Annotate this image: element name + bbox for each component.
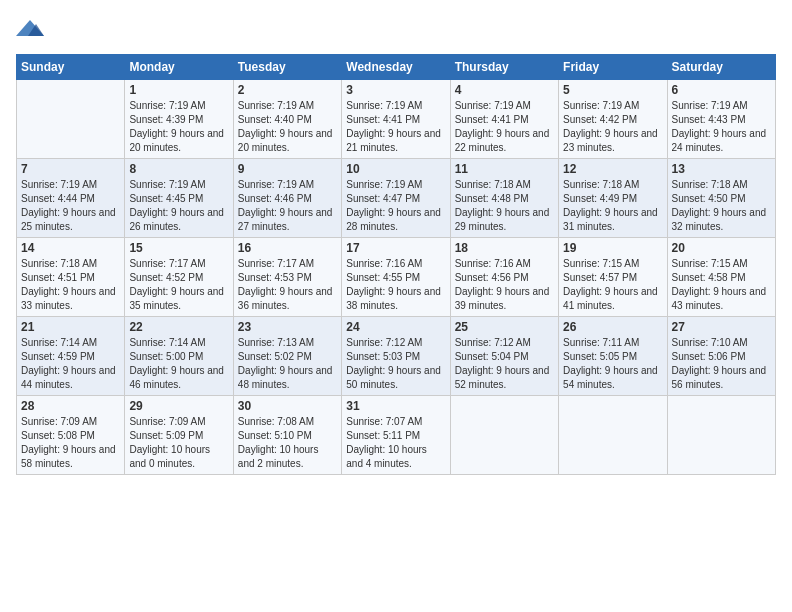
calendar-cell — [559, 396, 667, 475]
calendar-table: SundayMondayTuesdayWednesdayThursdayFrid… — [16, 54, 776, 475]
logo — [16, 16, 48, 44]
day-number: 9 — [238, 162, 337, 176]
day-number: 11 — [455, 162, 554, 176]
day-number: 5 — [563, 83, 662, 97]
day-number: 1 — [129, 83, 228, 97]
day-number: 20 — [672, 241, 771, 255]
calendar-cell: 2Sunrise: 7:19 AM Sunset: 4:40 PM Daylig… — [233, 80, 341, 159]
day-number: 21 — [21, 320, 120, 334]
day-number: 8 — [129, 162, 228, 176]
weekday-header-row: SundayMondayTuesdayWednesdayThursdayFrid… — [17, 55, 776, 80]
calendar-cell — [450, 396, 558, 475]
day-info: Sunrise: 7:17 AM Sunset: 4:52 PM Dayligh… — [129, 257, 228, 313]
day-info: Sunrise: 7:13 AM Sunset: 5:02 PM Dayligh… — [238, 336, 337, 392]
day-number: 15 — [129, 241, 228, 255]
day-number: 28 — [21, 399, 120, 413]
day-number: 13 — [672, 162, 771, 176]
day-number: 24 — [346, 320, 445, 334]
day-number: 10 — [346, 162, 445, 176]
day-number: 16 — [238, 241, 337, 255]
header — [16, 16, 776, 44]
calendar-cell — [17, 80, 125, 159]
day-number: 4 — [455, 83, 554, 97]
day-info: Sunrise: 7:19 AM Sunset: 4:41 PM Dayligh… — [455, 99, 554, 155]
day-info: Sunrise: 7:19 AM Sunset: 4:40 PM Dayligh… — [238, 99, 337, 155]
day-info: Sunrise: 7:18 AM Sunset: 4:48 PM Dayligh… — [455, 178, 554, 234]
day-number: 18 — [455, 241, 554, 255]
day-info: Sunrise: 7:19 AM Sunset: 4:42 PM Dayligh… — [563, 99, 662, 155]
calendar-cell: 24Sunrise: 7:12 AM Sunset: 5:03 PM Dayli… — [342, 317, 450, 396]
calendar-cell — [667, 396, 775, 475]
day-info: Sunrise: 7:18 AM Sunset: 4:51 PM Dayligh… — [21, 257, 120, 313]
calendar-cell: 12Sunrise: 7:18 AM Sunset: 4:49 PM Dayli… — [559, 159, 667, 238]
day-number: 31 — [346, 399, 445, 413]
calendar-cell: 28Sunrise: 7:09 AM Sunset: 5:08 PM Dayli… — [17, 396, 125, 475]
day-info: Sunrise: 7:19 AM Sunset: 4:43 PM Dayligh… — [672, 99, 771, 155]
calendar-cell: 18Sunrise: 7:16 AM Sunset: 4:56 PM Dayli… — [450, 238, 558, 317]
calendar-cell: 22Sunrise: 7:14 AM Sunset: 5:00 PM Dayli… — [125, 317, 233, 396]
calendar-week-row: 28Sunrise: 7:09 AM Sunset: 5:08 PM Dayli… — [17, 396, 776, 475]
day-info: Sunrise: 7:09 AM Sunset: 5:09 PM Dayligh… — [129, 415, 228, 471]
calendar-week-row: 14Sunrise: 7:18 AM Sunset: 4:51 PM Dayli… — [17, 238, 776, 317]
day-info: Sunrise: 7:07 AM Sunset: 5:11 PM Dayligh… — [346, 415, 445, 471]
weekday-header-tuesday: Tuesday — [233, 55, 341, 80]
day-number: 19 — [563, 241, 662, 255]
calendar-cell: 5Sunrise: 7:19 AM Sunset: 4:42 PM Daylig… — [559, 80, 667, 159]
calendar-cell: 11Sunrise: 7:18 AM Sunset: 4:48 PM Dayli… — [450, 159, 558, 238]
day-info: Sunrise: 7:16 AM Sunset: 4:55 PM Dayligh… — [346, 257, 445, 313]
calendar-week-row: 7Sunrise: 7:19 AM Sunset: 4:44 PM Daylig… — [17, 159, 776, 238]
calendar-cell: 25Sunrise: 7:12 AM Sunset: 5:04 PM Dayli… — [450, 317, 558, 396]
day-info: Sunrise: 7:12 AM Sunset: 5:04 PM Dayligh… — [455, 336, 554, 392]
day-number: 2 — [238, 83, 337, 97]
day-number: 27 — [672, 320, 771, 334]
day-number: 22 — [129, 320, 228, 334]
calendar-cell: 8Sunrise: 7:19 AM Sunset: 4:45 PM Daylig… — [125, 159, 233, 238]
calendar-cell: 7Sunrise: 7:19 AM Sunset: 4:44 PM Daylig… — [17, 159, 125, 238]
day-number: 23 — [238, 320, 337, 334]
day-number: 7 — [21, 162, 120, 176]
day-number: 14 — [21, 241, 120, 255]
calendar-cell: 16Sunrise: 7:17 AM Sunset: 4:53 PM Dayli… — [233, 238, 341, 317]
calendar-cell: 6Sunrise: 7:19 AM Sunset: 4:43 PM Daylig… — [667, 80, 775, 159]
calendar-cell: 15Sunrise: 7:17 AM Sunset: 4:52 PM Dayli… — [125, 238, 233, 317]
calendar-cell: 4Sunrise: 7:19 AM Sunset: 4:41 PM Daylig… — [450, 80, 558, 159]
weekday-header-monday: Monday — [125, 55, 233, 80]
day-info: Sunrise: 7:16 AM Sunset: 4:56 PM Dayligh… — [455, 257, 554, 313]
calendar-week-row: 21Sunrise: 7:14 AM Sunset: 4:59 PM Dayli… — [17, 317, 776, 396]
weekday-header-wednesday: Wednesday — [342, 55, 450, 80]
weekday-header-friday: Friday — [559, 55, 667, 80]
day-info: Sunrise: 7:15 AM Sunset: 4:58 PM Dayligh… — [672, 257, 771, 313]
calendar-cell: 21Sunrise: 7:14 AM Sunset: 4:59 PM Dayli… — [17, 317, 125, 396]
day-number: 6 — [672, 83, 771, 97]
day-info: Sunrise: 7:19 AM Sunset: 4:45 PM Dayligh… — [129, 178, 228, 234]
day-info: Sunrise: 7:15 AM Sunset: 4:57 PM Dayligh… — [563, 257, 662, 313]
calendar-cell: 23Sunrise: 7:13 AM Sunset: 5:02 PM Dayli… — [233, 317, 341, 396]
day-info: Sunrise: 7:12 AM Sunset: 5:03 PM Dayligh… — [346, 336, 445, 392]
day-number: 29 — [129, 399, 228, 413]
day-info: Sunrise: 7:18 AM Sunset: 4:50 PM Dayligh… — [672, 178, 771, 234]
day-info: Sunrise: 7:18 AM Sunset: 4:49 PM Dayligh… — [563, 178, 662, 234]
calendar-cell: 17Sunrise: 7:16 AM Sunset: 4:55 PM Dayli… — [342, 238, 450, 317]
day-info: Sunrise: 7:11 AM Sunset: 5:05 PM Dayligh… — [563, 336, 662, 392]
weekday-header-sunday: Sunday — [17, 55, 125, 80]
calendar-cell: 14Sunrise: 7:18 AM Sunset: 4:51 PM Dayli… — [17, 238, 125, 317]
day-info: Sunrise: 7:17 AM Sunset: 4:53 PM Dayligh… — [238, 257, 337, 313]
day-number: 25 — [455, 320, 554, 334]
calendar-cell: 31Sunrise: 7:07 AM Sunset: 5:11 PM Dayli… — [342, 396, 450, 475]
calendar-cell: 3Sunrise: 7:19 AM Sunset: 4:41 PM Daylig… — [342, 80, 450, 159]
day-number: 12 — [563, 162, 662, 176]
calendar-cell: 10Sunrise: 7:19 AM Sunset: 4:47 PM Dayli… — [342, 159, 450, 238]
weekday-header-saturday: Saturday — [667, 55, 775, 80]
day-info: Sunrise: 7:19 AM Sunset: 4:46 PM Dayligh… — [238, 178, 337, 234]
day-info: Sunrise: 7:10 AM Sunset: 5:06 PM Dayligh… — [672, 336, 771, 392]
day-info: Sunrise: 7:09 AM Sunset: 5:08 PM Dayligh… — [21, 415, 120, 471]
calendar-cell: 9Sunrise: 7:19 AM Sunset: 4:46 PM Daylig… — [233, 159, 341, 238]
day-number: 26 — [563, 320, 662, 334]
day-info: Sunrise: 7:19 AM Sunset: 4:41 PM Dayligh… — [346, 99, 445, 155]
calendar-cell: 20Sunrise: 7:15 AM Sunset: 4:58 PM Dayli… — [667, 238, 775, 317]
calendar-cell: 29Sunrise: 7:09 AM Sunset: 5:09 PM Dayli… — [125, 396, 233, 475]
day-info: Sunrise: 7:14 AM Sunset: 4:59 PM Dayligh… — [21, 336, 120, 392]
day-number: 3 — [346, 83, 445, 97]
day-info: Sunrise: 7:14 AM Sunset: 5:00 PM Dayligh… — [129, 336, 228, 392]
calendar-cell: 19Sunrise: 7:15 AM Sunset: 4:57 PM Dayli… — [559, 238, 667, 317]
